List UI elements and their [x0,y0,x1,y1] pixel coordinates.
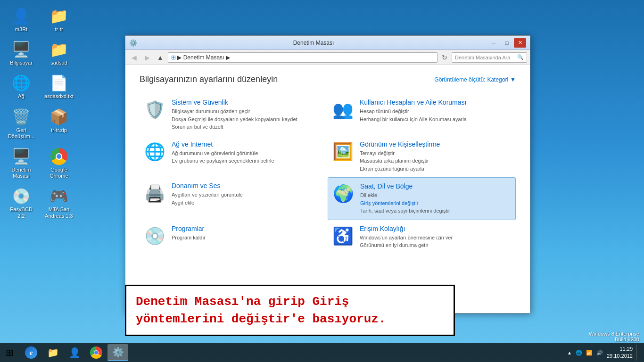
view-selector: Görüntüleme ölçütü: Kategori ▼ [434,76,516,83]
cp-icon-erisim-kolayligi: ♿ [331,225,354,247]
cp-item-programlar[interactable]: 💿 Programlar Program kaldır [140,220,328,254]
desktop-icon-denetim-masasi[interactable]: 🖥️Denetim Masası [5,145,38,181]
desktop-icon-tr-tr-zip[interactable]: 📦tr-tr.zip [42,106,75,141]
cp-link-text: Program kaldır [172,234,324,242]
cp-title-saat-dil-bolge[interactable]: Saat, Dil ve Bölge [360,182,512,190]
cp-title-erisim-kolayligi[interactable]: Erişim Kolaylığı [360,225,512,232]
cp-item-saat-dil-bolge[interactable]: 🌍 Saat, Dil ve Bölge Dil ekleGiriş yönte… [328,177,516,220]
desktop-icon-mta-san-andreas[interactable]: 🎮MTA San Andreas 1.3 [42,185,75,221]
cp-links-ag-internet: Ağ durumunu ve görevlerini görüntüleEv g… [172,149,324,165]
os-build: Build 9200 [589,337,639,342]
search-icon: 🔍 [517,54,524,60]
annotation-text: Denetim Masası'na girip Giriş yöntemleri… [136,293,444,328]
icon-img-tr-tr-zip: 📦 [50,107,68,126]
cp-title-programlar[interactable]: Programlar [172,225,324,232]
cp-icon-sistem-guvenlik: 🛡️ [143,99,166,121]
view-dropdown-icon[interactable]: ▼ [510,76,516,83]
cp-icon-programlar: 💿 [143,225,166,247]
icon-label-asdasdxd: asdasdxd.txt [44,93,74,99]
icon-label-google-chrome: Google Chrome [44,167,74,179]
cp-title-gorunum-kisellestirme[interactable]: Görünüm ve Kişiselleştirme [360,140,512,148]
cp-grid: 🛡️ Sistem ve Güvenlik Bilgisayar durumun… [140,94,516,254]
view-value[interactable]: Kategori [487,76,508,83]
cp-links-gorunum-kisellestirme: Temayı değiştirMasaüstü arka planını değ… [360,149,512,173]
window-app-icon: ⚙️ [129,39,137,47]
icon-label-tr-tr-zip: tr-tr.zip [51,127,67,133]
refresh-button[interactable]: ↻ [439,52,450,63]
volume-tray-icon[interactable]: 🔊 [596,350,603,356]
desktop-icon-bilgisayar[interactable]: 🖥️Bilgisayar [5,38,38,68]
cp-link-highlighted[interactable]: Giriş yöntemlerini değiştir [360,199,512,207]
cp-links-saat-dil-bolge: Dil ekleGiriş yöntemlerini değiştirTarih… [360,191,512,215]
os-name: Windows 8 Enterprise [589,331,639,337]
window-content: Bilgisayarınızın ayarlarını düzenleyin G… [125,65,530,313]
cp-link-text: Masaüstü arka planını değiştir [360,157,512,165]
cp-link-text: Dil ekle [360,191,512,199]
desktop-icon-m3rt[interactable]: 👤m3Rt [5,5,38,34]
taskbar-icon-explorer: 📁 [47,347,59,358]
desktop-icon-geri-donusum[interactable]: 🗑️Geri Dönüşüm... [5,106,38,141]
cp-title-sistem-guvenlik[interactable]: Sistem ve Güvenlik [172,99,324,106]
icon-img-google-chrome [50,147,68,166]
search-box[interactable]: Denetim Masasında Ara 🔍 [452,52,527,63]
cp-item-kullanici-hesaplari[interactable]: 👥 Kullanıcı Hesapları ve Aile Koruması H… [328,94,516,136]
desktop-icon-google-chrome[interactable]: Google Chrome [42,145,75,181]
icon-label-sadsad: sadsad [50,60,67,66]
desktop-icon-tr-tr[interactable]: 📁tr-tr [42,5,75,34]
cp-link-text: Herhangi bir kullanıcı için Aile Korumas… [360,115,512,123]
cp-icon-kullanici-hesaplari: 👥 [331,99,354,121]
taskbar-item-user[interactable]: 👤 [64,344,85,361]
address-path[interactable]: ⊞ ▶ Denetim Masası ▶ [168,52,438,63]
desktop-icon-ag[interactable]: 🌐Ağ [5,72,38,101]
taskbar-item-cp[interactable]: ⚙️ [107,344,128,361]
cp-title-kullanici-hesaplari[interactable]: Kullanıcı Hesapları ve Aile Koruması [360,99,512,106]
taskbar-item-explorer[interactable]: 📁 [42,344,63,361]
cp-item-donanim-ses[interactable]: 🖨️ Donanım ve Ses Aygıtları ve yazıcılar… [140,177,328,220]
cp-item-erisim-kolayligi[interactable]: ♿ Erişim Kolaylığı Windows'un ayarları ö… [328,220,516,254]
network-tray-icon[interactable]: 🌐 [576,350,582,356]
start-button[interactable]: ⊞ [0,343,19,362]
maximize-button[interactable]: □ [501,38,513,48]
icon-img-easybcd: 💿 [12,187,31,206]
icon-img-denetim-masasi: 🖥️ [12,147,31,166]
cp-links-donanim-ses: Aygıtları ve yazıcıları görüntüleAygıt e… [172,191,324,206]
taskbar-item-chrome[interactable] [86,344,107,361]
cp-link-text: Aygıt ekle [172,199,324,207]
desktop-icon-sadsad[interactable]: 📁sadsad [42,38,75,68]
icon-label-mta-san-andreas: MTA San Andreas 1.3 [44,206,74,219]
desktop-icon-easybcd[interactable]: 💿EasyBCD 2.2 [5,185,38,221]
address-bar: ◀ ▶ ▲ ⊞ ▶ Denetim Masası ▶ ↻ Denetim Mas… [125,50,530,65]
icon-label-bilgisayar: Bilgisayar [10,60,33,66]
cp-link-text: Ekran çözünürlüğünü ayarla [360,165,512,173]
icon-img-ag: 🌐 [12,74,31,92]
cp-item-sistem-guvenlik[interactable]: 🛡️ Sistem ve Güvenlik Bilgisayar durumun… [140,94,328,136]
clock-time: 11:29 [607,346,633,353]
os-info: Windows 8 Enterprise Build 9200 [589,331,639,342]
minimize-button[interactable]: ─ [487,38,500,48]
cp-link-text: Temayı değiştir [360,149,512,157]
cp-title-donanim-ses[interactable]: Donanım ve Ses [172,182,324,189]
cp-link-text: Sorunları bul ve düzelt [172,123,324,131]
annotation-box: Denetim Masası'na girip Giriş yöntemleri… [125,285,455,336]
cp-title-ag-internet[interactable]: Ağ ve Internet [172,140,324,148]
icon-label-geri-donusum: Geri Dönüşüm... [7,127,36,140]
taskbar-items: e📁👤⚙️ [19,344,562,361]
show-desktop-button[interactable] [636,345,639,361]
taskbar-item-ie[interactable]: e [21,344,41,361]
cp-item-gorunum-kisellestirme[interactable]: 🖼️ Görünüm ve Kişiselleştirme Temayı değ… [328,136,516,178]
close-button[interactable]: ✕ [514,38,526,48]
content-header: Bilgisayarınızın ayarlarını düzenleyin G… [140,74,516,84]
content-title: Bilgisayarınızın ayarlarını düzenleyin [140,74,278,84]
taskbar-clock[interactable]: 11:29 29.10.2012 [607,346,633,360]
cp-links-erisim-kolayligi: Windows'un ayarları önermesine izin verG… [360,234,512,249]
back-button[interactable]: ◀ [128,52,140,63]
desktop-icon-asdasdxd[interactable]: 📄asdasdxd.txt [42,72,75,101]
forward-button[interactable]: ▶ [141,52,153,63]
signal-tray-icon[interactable]: 📶 [586,350,593,356]
cp-item-ag-internet[interactable]: 🌐 Ağ ve Internet Ağ durumunu ve görevler… [140,136,328,178]
taskbar-icon-ie: e [25,346,37,359]
tray-arrow-icon[interactable]: ▲ [567,350,572,355]
cp-link-text: Aygıtları ve yazıcıları görüntüle [172,191,324,199]
cp-link-text: Tarih, saat veya sayı biçimlerini değişt… [360,207,512,215]
up-button[interactable]: ▲ [155,52,166,63]
